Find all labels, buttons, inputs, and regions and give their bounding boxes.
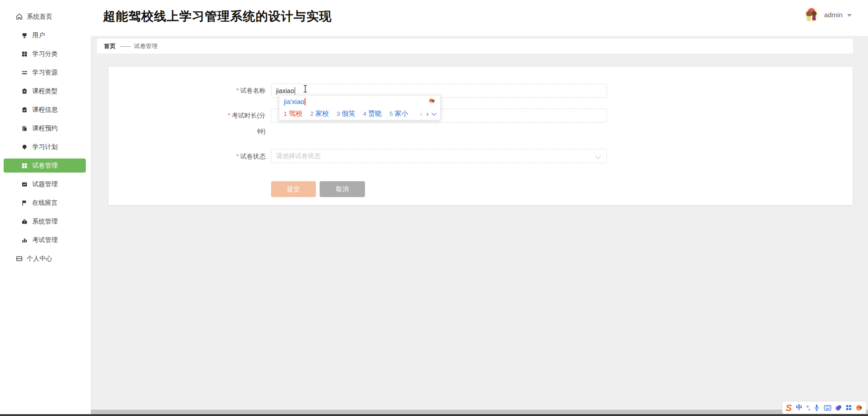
sogou-emoji-face-icon[interactable] (856, 405, 863, 411)
sidebar-item-learning-plan[interactable]: 学习计划 (0, 138, 90, 156)
sidebar-item-label: 用户 (32, 31, 45, 40)
app-window: 系统首页 用户 学习分类 学习资源 课程类型 (0, 0, 868, 416)
sidebar-item-question-management[interactable]: 试题管理 (0, 175, 90, 193)
bar-chart-icon (21, 237, 28, 244)
flag-icon (21, 199, 28, 207)
sidebar-item-learning-resource[interactable]: 学习资源 (0, 63, 90, 82)
sogou-logo-icon[interactable]: S (786, 403, 792, 412)
field-label-paper-status: *试卷状态 (220, 149, 266, 164)
sidebar-item-exam-paper-management[interactable]: 试卷管理 (4, 158, 86, 173)
breadcrumb-home[interactable]: 首页 (104, 42, 116, 50)
breadcrumb: 首页 —— 试卷管理 (97, 39, 853, 54)
home-icon (15, 13, 23, 20)
sidebar-item-label: 学习计划 (32, 143, 58, 151)
field-label-exam-duration: *考试时长(分钟) (222, 108, 266, 139)
sidebar-item-label: 考试管理 (32, 236, 58, 244)
sidebar-item-label: 课程信息 (32, 106, 58, 114)
ime-candidate[interactable]: 2家校 (310, 109, 329, 118)
keyboard-icon[interactable] (824, 405, 831, 411)
sidebar-item-system-home[interactable]: 系统首页 (0, 7, 90, 26)
sidebar-item-label: 课程类型 (32, 87, 58, 95)
toolbox-grid-icon[interactable] (846, 405, 852, 411)
sidebar-item-course-booking[interactable]: 课程预约 (0, 119, 90, 138)
ime-prev-page-icon[interactable]: ‹ (420, 110, 422, 118)
required-mark: * (237, 153, 239, 160)
sidebar-item-users[interactable]: 用户 (0, 26, 90, 45)
text-caret (295, 87, 295, 94)
ime-caret (305, 98, 306, 105)
sogou-emoji-icon[interactable] (428, 98, 436, 106)
top-bar: 超能驾校线上学习管理系统的设计与实现 admin (91, 0, 868, 36)
taskbar-strip (0, 414, 868, 416)
sidebar-item-label: 课程预约 (32, 124, 58, 133)
ime-candidate[interactable]: 1驾校 (284, 109, 302, 118)
form-card: *试卷名称 jiaxiao *考试时长(分钟) jia'xiao (108, 66, 853, 205)
content-area: 首页 —— 试卷管理 *试卷名称 jiaxiao *考试时长(分钟) (91, 36, 868, 410)
microphone-icon[interactable] (814, 404, 820, 411)
bulb-icon (21, 144, 28, 151)
paper-status-placeholder: 请选择试卷状态 (276, 152, 321, 160)
submit-button[interactable]: 提交 (271, 181, 316, 197)
field-label-paper-name: *试卷名称 (220, 83, 266, 99)
ime-chinese-mode-button[interactable]: 中 (796, 404, 802, 412)
sidebar-item-label: 学习资源 (32, 69, 58, 77)
avatar (804, 7, 819, 23)
sidebar-item-online-message[interactable]: 在线留言 (0, 193, 90, 212)
sidebar-item-label: 试卷管理 (32, 162, 58, 170)
sidebar-item-course-type[interactable]: 课程类型 (0, 82, 90, 100)
ime-composition-row: jia'xiao (279, 95, 440, 108)
sidebar-item-learning-category[interactable]: 学习分类 (0, 45, 90, 63)
skin-palette-icon[interactable] (835, 405, 842, 411)
breadcrumb-current: 试卷管理 (134, 42, 158, 50)
ime-candidate[interactable]: 4贾晓 (363, 109, 382, 118)
ime-candidate-row: 1驾校 2家校 3假笑 4贾晓 5家小 ‹ › (279, 108, 440, 120)
grid-icon (21, 50, 28, 58)
paper-name-value: jiaxiao (276, 87, 294, 94)
sidebar-item-label: 系统首页 (27, 13, 52, 21)
briefcase-icon (21, 218, 28, 225)
sidebar-item-label: 个人中心 (27, 255, 52, 263)
chevron-down-icon (847, 14, 852, 17)
ime-pagination: ‹ › (420, 110, 436, 118)
required-mark: * (237, 87, 239, 94)
username: admin (824, 11, 843, 19)
breadcrumb-separator: —— (120, 43, 130, 50)
page-title: 超能驾校线上学习管理系统的设计与实现 (103, 8, 332, 25)
sidebar-item-label: 试题管理 (32, 180, 58, 188)
ime-next-page-icon[interactable]: › (426, 110, 429, 118)
user-device-icon (21, 32, 28, 39)
clipboard-x-icon (21, 88, 28, 95)
sidebar-item-personal-center[interactable]: 个人中心 (0, 249, 90, 268)
sidebar-item-system-management[interactable]: 系统管理 (0, 212, 90, 231)
ime-candidate[interactable]: 5家小 (390, 109, 408, 118)
cancel-button[interactable]: 取消 (320, 181, 365, 197)
ime-composition: jia'xiao (284, 98, 304, 105)
horizontal-scrollbar[interactable] (91, 410, 868, 414)
sidebar-item-label: 学习分类 (32, 50, 58, 58)
sidebar-item-label: 系统管理 (32, 218, 58, 226)
ime-expand-icon[interactable] (431, 110, 436, 115)
sidebar: 系统首页 用户 学习分类 学习资源 课程类型 (0, 0, 90, 414)
paper-status-select[interactable]: 请选择试卷状态 (271, 149, 607, 163)
list-icon (21, 69, 28, 76)
ime-punctuation-button[interactable]: °, (806, 404, 809, 411)
clipboard-check-icon (21, 106, 28, 114)
ime-candidate[interactable]: 3假笑 (336, 109, 355, 118)
sidebar-item-label: 在线留言 (32, 199, 58, 207)
chart-box-icon (21, 181, 28, 188)
ime-toolbar: S 中 °, (782, 401, 866, 414)
notebook-icon (21, 125, 28, 132)
sidebar-item-exam-management[interactable]: 考试管理 (0, 231, 90, 249)
mouse-text-cursor (303, 85, 308, 94)
sidebar-item-course-info[interactable]: 课程信息 (0, 100, 90, 119)
required-mark: * (228, 112, 230, 119)
user-menu[interactable]: admin (804, 7, 852, 23)
grid-icon (21, 162, 28, 169)
window-icon (15, 255, 23, 262)
select-chevron-down-icon (595, 153, 601, 159)
ime-popup: jia'xiao 1驾校 2家校 3假笑 4贾晓 5家小 ‹ › (279, 95, 441, 120)
